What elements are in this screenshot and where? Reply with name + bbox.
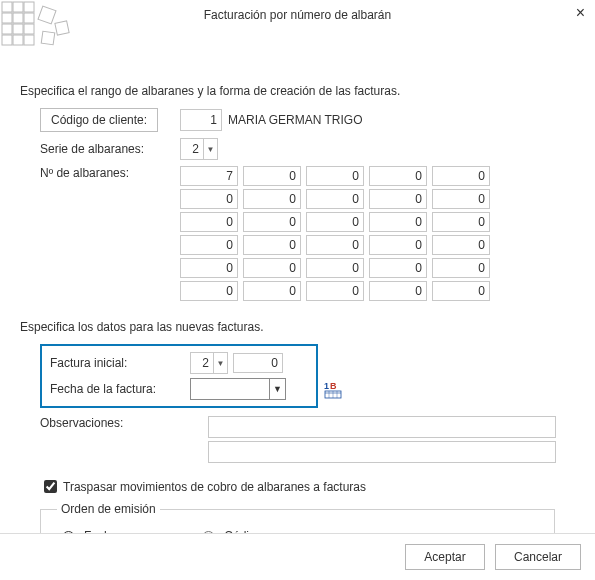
chevron-down-icon[interactable]: ▼ (269, 379, 285, 399)
factura-inicial-label: Factura inicial: (42, 356, 190, 370)
factura-inicial-serie-value: 2 (191, 356, 213, 370)
albaran-cell[interactable] (369, 281, 427, 301)
albaran-cell[interactable] (369, 189, 427, 209)
traspasar-checkbox[interactable] (44, 480, 57, 493)
factura-inicial-num-input[interactable] (233, 353, 283, 373)
svg-rect-7 (13, 24, 23, 34)
albaran-cell[interactable] (369, 166, 427, 186)
svg-rect-8 (24, 24, 34, 34)
albaran-cell[interactable] (432, 258, 490, 278)
albaran-cell[interactable] (306, 189, 364, 209)
svg-rect-1 (13, 2, 23, 12)
fecha-combo[interactable]: ▼ (190, 378, 286, 400)
svg-text:1: 1 (324, 381, 329, 391)
svg-rect-2 (24, 2, 34, 12)
close-icon[interactable]: × (576, 4, 585, 22)
chevron-down-icon[interactable]: ▼ (213, 353, 227, 373)
albaran-cell[interactable] (243, 235, 301, 255)
albaran-cell[interactable] (243, 258, 301, 278)
svg-rect-14 (41, 31, 55, 45)
serie-combo[interactable]: 2 ▼ (180, 138, 218, 160)
section1-heading: Especifica el rango de albaranes y la fo… (20, 84, 575, 98)
traspasar-label[interactable]: Traspasar movimientos de cobro de albara… (63, 480, 366, 494)
svg-rect-3 (2, 13, 12, 23)
albaran-cell[interactable] (180, 258, 238, 278)
albaran-cell[interactable] (306, 235, 364, 255)
app-logo-icon (0, 0, 80, 60)
svg-rect-11 (24, 35, 34, 45)
albaran-cell[interactable] (432, 281, 490, 301)
cancel-button[interactable]: Cancelar (495, 544, 581, 570)
albaran-cell[interactable] (432, 166, 490, 186)
window-title: Facturación por número de albarán (204, 8, 391, 22)
client-code-input[interactable] (180, 109, 222, 131)
svg-rect-9 (2, 35, 12, 45)
svg-rect-0 (2, 2, 12, 12)
chevron-down-icon[interactable]: ▼ (203, 139, 217, 159)
accept-button[interactable]: Aceptar (405, 544, 485, 570)
albaran-cell[interactable] (243, 189, 301, 209)
svg-text:B: B (330, 381, 337, 391)
albaran-cell[interactable] (432, 235, 490, 255)
albaran-cell[interactable] (243, 281, 301, 301)
serie-value: 2 (181, 142, 203, 156)
svg-rect-10 (13, 35, 23, 45)
albaran-cell[interactable] (369, 235, 427, 255)
albaran-cell[interactable] (432, 189, 490, 209)
svg-rect-12 (38, 6, 56, 24)
albaran-cell[interactable] (180, 235, 238, 255)
orden-legend: Orden de emisión (57, 502, 160, 516)
section2-heading: Especifica los datos para las nuevas fac… (20, 320, 575, 334)
albaran-cell[interactable] (243, 212, 301, 232)
albaran-cell[interactable] (306, 258, 364, 278)
albaran-cell[interactable] (306, 166, 364, 186)
svg-rect-13 (55, 21, 69, 35)
albaran-cell[interactable] (243, 166, 301, 186)
svg-rect-4 (13, 13, 23, 23)
fecha-label: Fecha de la factura: (42, 382, 190, 396)
serie-label: Serie de albaranes: (20, 142, 180, 156)
num-albaranes-label: Nº de albaranes: (20, 166, 180, 180)
factura-inicial-serie-combo[interactable]: 2 ▼ (190, 352, 228, 374)
albaran-cell[interactable] (180, 281, 238, 301)
client-code-button[interactable]: Código de cliente: (40, 108, 158, 132)
calendar-icon[interactable]: 1 B (324, 379, 346, 402)
observaciones-input-2[interactable] (208, 441, 556, 463)
albaran-cell[interactable] (306, 212, 364, 232)
observaciones-input-1[interactable] (208, 416, 556, 438)
client-name: MARIA GERMAN TRIGO (228, 113, 362, 127)
albaran-cell[interactable] (180, 212, 238, 232)
albaran-cell[interactable] (369, 212, 427, 232)
albaran-cell[interactable] (180, 166, 238, 186)
albaran-cell[interactable] (432, 212, 490, 232)
svg-rect-6 (2, 24, 12, 34)
albaran-cell[interactable] (180, 189, 238, 209)
highlight-box: Factura inicial: 2 ▼ Fecha de la factura… (40, 344, 318, 408)
svg-rect-5 (24, 13, 34, 23)
albaran-cell[interactable] (369, 258, 427, 278)
observaciones-label: Observaciones: (40, 416, 208, 430)
albaran-cell[interactable] (306, 281, 364, 301)
